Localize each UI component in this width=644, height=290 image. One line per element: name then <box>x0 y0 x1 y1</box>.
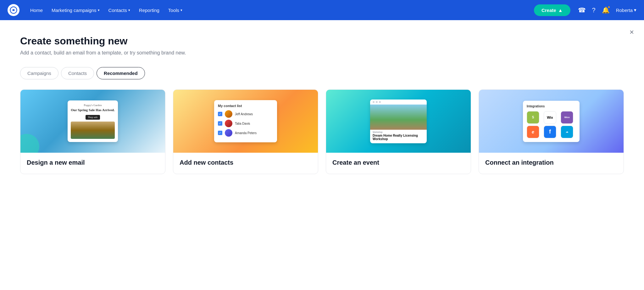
card-create-event-label: Create an event <box>326 153 471 174</box>
tab-campaigns[interactable]: Campaigns <box>20 67 58 79</box>
card-add-contacts-label: Add new contacts <box>173 153 318 174</box>
contact-avatar-2 <box>225 120 232 127</box>
main-panel: × Create something new Add a contact, bu… <box>0 20 644 290</box>
browser-bar <box>370 100 427 105</box>
card-connect-integration[interactable]: Integrations S Wix Woo e f ☁ Connect an … <box>479 89 624 174</box>
contact-list-preview: My contact list Jeff Andrews Talia Davis <box>214 100 277 142</box>
browser-dot-2 <box>376 101 378 103</box>
nav-marketing[interactable]: Marketing campaigns ▾ <box>48 5 103 15</box>
contact-checkbox-1 <box>218 112 222 116</box>
user-menu[interactable]: Roberta ▾ <box>616 7 636 13</box>
contact-avatar-1 <box>225 110 232 118</box>
tabs-bar: Campaigns Contacts Recommended <box>20 67 624 79</box>
contact-checkbox-2 <box>218 121 222 126</box>
contact-avatar-3 <box>225 129 232 137</box>
notifications-icon[interactable]: 🔔 <box>602 6 610 14</box>
browser-dot-3 <box>379 101 381 103</box>
nav-home[interactable]: Home <box>27 5 46 15</box>
cards-grid: Poppy's Garden Our Spring Sale Has Arriv… <box>20 89 624 174</box>
tab-contacts[interactable]: Contacts <box>61 67 94 79</box>
user-chevron-icon: ▾ <box>634 7 636 13</box>
woo-icon: Woo <box>561 111 573 124</box>
event-preview: Workshop Dream Home Realty Licensing Wor… <box>370 100 427 143</box>
phone-icon[interactable]: ☎ <box>578 6 586 14</box>
close-button[interactable]: × <box>630 28 634 37</box>
card-design-email-label: Design a new email <box>20 153 165 174</box>
event-image <box>370 105 427 130</box>
logo[interactable] <box>8 4 19 16</box>
contact-row-3: Amanda Peters <box>218 129 273 137</box>
page-subtitle: Add a contact, build an email from a tem… <box>20 50 624 56</box>
nav-reporting[interactable]: Reporting <box>136 5 163 15</box>
contact-checkbox-3 <box>218 131 222 135</box>
nav-tools[interactable]: Tools ▾ <box>165 5 186 15</box>
card-design-email[interactable]: Poppy's Garden Our Spring Sale Has Arriv… <box>20 89 165 174</box>
contacts-chevron-icon: ▾ <box>128 8 130 12</box>
page-title: Create something new <box>20 35 624 47</box>
card-create-event[interactable]: Workshop Dream Home Realty Licensing Wor… <box>326 89 471 174</box>
marketing-chevron-icon: ▾ <box>98 8 100 12</box>
card-add-contacts[interactable]: My contact list Jeff Andrews Talia Davis <box>173 89 318 174</box>
wix-icon: Wix <box>544 111 556 124</box>
ecwid-icon: e <box>527 126 539 138</box>
decorative-blob <box>20 134 39 153</box>
notification-dot <box>608 6 610 9</box>
tab-recommended[interactable]: Recommended <box>97 67 145 79</box>
browser-dot-1 <box>373 101 375 103</box>
nav-contacts[interactable]: Contacts ▾ <box>105 5 133 15</box>
contact-row-1: Jeff Andrews <box>218 110 273 118</box>
help-icon[interactable]: ? <box>592 7 596 14</box>
card-connect-integration-label: Connect an integration <box>479 153 624 174</box>
create-button[interactable]: Create ▲ <box>534 4 570 16</box>
contact-row-2: Talia Davis <box>218 120 273 127</box>
email-preview: Poppy's Garden Our Spring Sale Has Arriv… <box>68 100 118 142</box>
navbar: Home Marketing campaigns ▾ Contacts ▾ Re… <box>0 0 644 20</box>
salesforce-icon: ☁ <box>561 126 573 138</box>
shopify-icon: S <box>527 111 539 124</box>
integrations-preview: Integrations S Wix Woo e f ☁ <box>523 101 580 142</box>
email-image-placeholder <box>71 122 115 139</box>
integrations-grid: S Wix Woo e f ☁ <box>527 111 576 138</box>
create-chevron-icon: ▲ <box>558 8 563 13</box>
facebook-icon: f <box>544 126 556 138</box>
tools-chevron-icon: ▾ <box>180 8 182 12</box>
